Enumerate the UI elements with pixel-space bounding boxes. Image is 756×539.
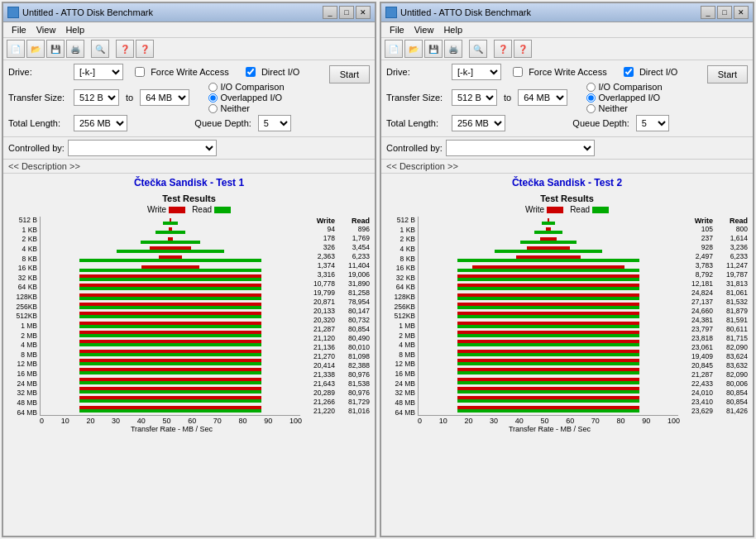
bar-row <box>41 396 300 403</box>
toolbar-button-1[interactable]: 📂 <box>404 40 423 58</box>
toolbar-button-8[interactable]: ❓ <box>136 40 154 58</box>
menu-item-help[interactable]: Help <box>60 24 89 36</box>
toolbar-button-3[interactable]: 🖨️ <box>66 40 84 58</box>
window-title: Untitled - ATTO Disk Benchmark <box>22 7 153 17</box>
toolbar-button-0[interactable]: 📄 <box>385 40 403 58</box>
value-row: 326 3,454 <box>304 243 370 251</box>
queue-depth-select[interactable]: 5 <box>636 115 669 131</box>
menu-item-file[interactable]: File <box>7 24 31 36</box>
write-value: 21,287 <box>682 370 713 379</box>
bar-row <box>41 350 300 356</box>
io-comparison-radio[interactable] <box>586 83 596 92</box>
drive-select[interactable]: [-k-] <box>452 64 501 80</box>
transfer-size-select[interactable]: 512 B <box>452 89 497 106</box>
read-value: 81,426 <box>716 407 748 415</box>
write-legend-label: Write <box>525 205 544 214</box>
x-axis-tick: 40 <box>137 417 146 425</box>
x-axis-label: Transfer Rate - MB / Sec <box>386 425 748 433</box>
value-row: 19,409 83,624 <box>682 352 748 360</box>
toolbar-button-1[interactable]: 📂 <box>26 40 45 58</box>
y-axis-label: 2 MB <box>8 332 37 340</box>
description-bar: << Description >> <box>381 160 753 174</box>
title-bar-left: Untitled - ATTO Disk Benchmark <box>7 7 153 18</box>
y-axis-label: 1 MB <box>386 322 415 330</box>
menu-item-file[interactable]: File <box>385 24 409 36</box>
maximize-button[interactable]: □ <box>339 6 354 19</box>
toolbar-button-5[interactable]: 🔍 <box>469 40 487 58</box>
toolbar-separator <box>86 40 89 58</box>
force-write-checkbox[interactable] <box>135 67 145 77</box>
close-button[interactable]: ✕ <box>356 6 371 19</box>
y-axis-label: 512 B <box>8 217 37 224</box>
queue-depth-select[interactable]: 5 <box>258 115 291 131</box>
overlapped-io-label: Overlapped I/O <box>598 93 660 103</box>
transfer-to-select[interactable]: 64 MB <box>140 89 189 106</box>
y-axis-label: 32 KB <box>8 274 37 282</box>
drive-select[interactable]: [-k-] <box>74 64 123 80</box>
neither-radio[interactable] <box>586 104 596 113</box>
write-value: 12,181 <box>682 279 713 288</box>
y-axis-label: 4 KB <box>8 246 37 253</box>
write-col-header: Write <box>304 217 335 225</box>
y-axis-label: 1 MB <box>8 322 37 330</box>
force-write-checkbox[interactable] <box>513 67 523 77</box>
direct-io-checkbox[interactable] <box>246 67 256 77</box>
toolbar-button-2[interactable]: 💾 <box>46 40 65 58</box>
values-wrapper: Write Read 105 800 237 1,614 928 3,236 2… <box>682 217 748 416</box>
minimize-button[interactable]: _ <box>323 6 337 19</box>
read-bar <box>457 353 639 356</box>
read-value: 80,006 <box>716 379 748 388</box>
transfer-to-select[interactable]: 64 MB <box>518 89 567 106</box>
menu-item-help[interactable]: Help <box>438 24 467 36</box>
write-value: 21,287 <box>304 325 335 333</box>
close-button[interactable]: ✕ <box>734 6 749 19</box>
toolbar-button-7[interactable]: ❓ <box>494 40 512 58</box>
bar-row <box>419 368 678 374</box>
read-bar <box>141 241 200 244</box>
transfer-size-select[interactable]: 512 B <box>74 89 119 106</box>
read-bar <box>457 297 639 300</box>
total-length-select[interactable]: 256 MB <box>74 115 127 131</box>
write-legend-color <box>169 207 185 213</box>
toolbar-button-2[interactable]: 💾 <box>424 40 443 58</box>
toolbar-button-5[interactable]: 🔍 <box>91 40 109 58</box>
y-axis-label: 2 MB <box>386 332 415 340</box>
write-value: 8,792 <box>682 270 713 279</box>
app-icon <box>7 7 19 18</box>
overlapped-io-radio[interactable] <box>208 93 218 103</box>
neither-radio[interactable] <box>208 104 218 113</box>
read-bar <box>79 269 261 272</box>
toolbar-button-7[interactable]: ❓ <box>116 40 134 58</box>
start-button[interactable]: Start <box>329 65 370 83</box>
menu-item-view[interactable]: View <box>31 24 61 36</box>
menu-item-view[interactable]: View <box>409 24 439 36</box>
toolbar-button-0[interactable]: 📄 <box>7 40 25 58</box>
maximize-button[interactable]: □ <box>717 6 732 19</box>
minimize-button[interactable]: _ <box>701 6 715 19</box>
controls-area: Drive: [-k-] Force Write Access Direct I… <box>381 60 753 137</box>
read-bar <box>457 371 639 374</box>
value-row: 24,824 81,061 <box>682 289 748 297</box>
write-value: 24,381 <box>682 316 713 324</box>
app-container: Untitled - ATTO Disk Benchmark _ □ ✕ Fil… <box>0 0 756 539</box>
direct-io-label: Direct I/O <box>639 67 677 77</box>
value-row: 20,414 82,388 <box>304 361 370 370</box>
io-comparison-radio[interactable] <box>208 83 218 92</box>
toolbar-button-8[interactable]: ❓ <box>514 40 532 58</box>
controlled-by-select[interactable] <box>446 140 595 156</box>
write-value: 19,409 <box>682 352 713 360</box>
total-length-select[interactable]: 256 MB <box>452 115 505 131</box>
toolbar-separator <box>111 40 114 58</box>
controlled-by-select[interactable] <box>68 140 217 156</box>
toolbar-button-3[interactable]: 🖨️ <box>444 40 462 58</box>
y-axis-label: 64 MB <box>386 409 415 417</box>
write-value: 10,778 <box>304 279 335 288</box>
y-axis-label: 2 KB <box>386 236 415 243</box>
overlapped-io-radio[interactable] <box>586 93 596 103</box>
write-value: 1,374 <box>304 261 335 270</box>
to-label: to <box>126 93 133 103</box>
start-button[interactable]: Start <box>707 65 748 83</box>
direct-io-checkbox[interactable] <box>624 67 634 77</box>
write-legend: Write <box>525 205 563 214</box>
window-controls: _ □ ✕ <box>701 6 749 19</box>
